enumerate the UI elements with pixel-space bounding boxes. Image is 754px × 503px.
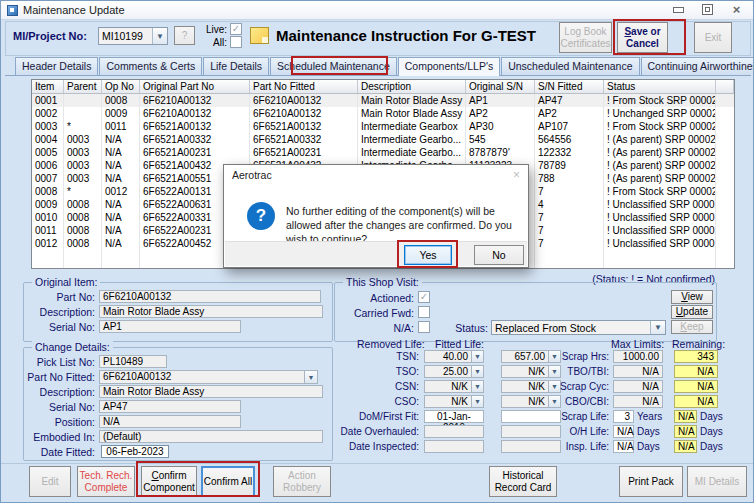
log-book-certificates-button: Log Book Certificates xyxy=(559,22,612,53)
col-description[interactable]: Description xyxy=(358,80,466,93)
fitted-life-field[interactable]: ▼ xyxy=(501,440,561,453)
date-fitted-field[interactable]: 06-Feb-2023 xyxy=(101,445,169,458)
tab-comments-certs[interactable]: Comments & Certs xyxy=(99,57,202,75)
col-parent[interactable]: Parent xyxy=(64,80,102,93)
removed-life-field[interactable]: ▼ xyxy=(424,440,484,453)
chevron-down-icon: ▼ xyxy=(650,321,665,334)
max-limit-field[interactable]: N/A xyxy=(613,395,663,408)
fitted-life-field[interactable]: N/K▼ xyxy=(501,380,561,393)
removed-life-field[interactable]: 25.00▼ xyxy=(424,365,484,378)
cell-sn-fitted: 7 xyxy=(535,211,604,224)
tab-header-details[interactable]: Header Details xyxy=(15,57,98,75)
na-checkbox[interactable] xyxy=(418,321,430,333)
col-part-no-fitted[interactable]: Part No Fitted xyxy=(250,80,358,93)
close-icon[interactable]: × xyxy=(730,3,743,16)
confirm-component-button[interactable]: Confirm Component xyxy=(141,466,197,497)
help-button: ? xyxy=(174,26,195,45)
mi-project-combo[interactable]: MI10199 ▼ xyxy=(98,27,168,45)
fitted-life-field[interactable]: 657.00▼ xyxy=(501,350,561,363)
max-limit-field[interactable]: N/A xyxy=(613,365,663,378)
limits-row-label: Scrap Cyc: xyxy=(556,381,609,392)
cd-serial-no-field[interactable]: AP47 xyxy=(99,400,241,413)
cell-op-no: N/A xyxy=(102,172,140,185)
part-no-fitted-label: Part No Fitted: xyxy=(11,371,95,383)
removed-life-field[interactable]: 40.00▼ xyxy=(424,350,484,363)
limits-row: TBO/TBI: N/A N/A xyxy=(556,365,731,380)
window-controls: × xyxy=(672,3,743,16)
life-row-label: Date Overhauled: xyxy=(331,426,419,437)
remaining-field: N/A xyxy=(674,365,718,378)
tab-unscheduled-maintenance[interactable]: Unscheduled Maintenance xyxy=(501,57,639,75)
table-row[interactable]: 0004 0003 N/A 6F6521A00332 6F6521A00332 … xyxy=(32,133,734,146)
embodied-in-field[interactable]: (Default) xyxy=(99,430,323,443)
col-status[interactable]: Status xyxy=(604,80,716,93)
print-pack-button[interactable]: Print Pack xyxy=(619,466,683,497)
part-no-field[interactable]: 6F6210A00132 xyxy=(99,290,321,303)
cell-sn-fitted: 7 xyxy=(535,185,604,198)
col-item[interactable]: Item xyxy=(32,80,64,93)
table-row[interactable]: 0001 0008 6F6210A00132 6F6210A00132 Main… xyxy=(32,94,734,107)
confirm-all-button[interactable]: Confirm All xyxy=(201,466,255,497)
fitted-life-field[interactable]: ▼ xyxy=(501,425,561,438)
tab-continuing-airworthiness[interactable]: Continuing Airworthiness Requirements xyxy=(641,57,754,75)
max-limit-field[interactable]: 1000.00 xyxy=(613,350,663,363)
minimize-icon[interactable] xyxy=(672,3,685,16)
limits-row-label: Scrap Life: xyxy=(556,411,609,422)
cell-status: ! Unchanged SRP 000021 xyxy=(604,107,716,120)
close-icon[interactable]: × xyxy=(513,168,520,182)
cd-description-field[interactable]: Main Rotor Blade Assy xyxy=(99,385,323,398)
max-limit-field[interactable]: N/A xyxy=(613,380,663,393)
part-no-fitted-combo[interactable]: 6F6210A00132 ▼ xyxy=(99,370,318,384)
historical-record-card-button[interactable]: Historical Record Card xyxy=(489,466,557,497)
life-row-label: Date Inspected: xyxy=(331,441,419,452)
fitted-life-field[interactable]: N/K▼ xyxy=(501,395,561,408)
removed-life-field[interactable]: ▼ xyxy=(424,425,484,438)
update-button[interactable]: Update xyxy=(671,305,713,319)
app-icon xyxy=(7,5,18,16)
max-limit-field[interactable]: 3 xyxy=(613,410,634,423)
cell-part-no-fitted: 6F6521A00332 xyxy=(250,133,358,146)
serial-no-field[interactable]: AP1 xyxy=(99,320,241,333)
remaining-field: N/A xyxy=(674,380,718,393)
life-row: Date Overhauled: ▼ ▼ xyxy=(331,425,563,440)
tab-components-llps[interactable]: Components/LLP's xyxy=(398,57,500,76)
fitted-life-field[interactable]: ▼ xyxy=(501,410,561,423)
remaining-field: N/A xyxy=(674,395,718,408)
cell-status: ! (As parent) SRP 000021 xyxy=(604,133,716,146)
no-button[interactable]: No xyxy=(474,245,524,265)
exit-button: Exit xyxy=(694,22,732,53)
carried-fwd-checkbox[interactable] xyxy=(418,306,430,318)
maximize-icon[interactable] xyxy=(701,3,714,16)
pick-list-field[interactable]: PL10489 xyxy=(99,355,167,368)
max-limit-field[interactable]: N/A xyxy=(613,425,634,438)
yes-button[interactable]: Yes xyxy=(404,245,452,265)
col-sn-fitted[interactable]: S/N Fitted xyxy=(535,80,604,93)
table-row[interactable]: 0003 * 0011 6F6521A00132 6F6521A00132 In… xyxy=(32,120,734,133)
view-button[interactable]: View xyxy=(671,290,713,304)
cell-item: 0002 xyxy=(32,107,64,120)
chevron-down-icon: ▼ xyxy=(471,380,484,393)
position-field[interactable]: N/A xyxy=(99,415,241,428)
cell-parent: 0008 xyxy=(64,237,102,250)
max-limit-field[interactable]: N/A xyxy=(613,440,634,453)
table-row[interactable]: 0005 0003 N/A 6F6521A00231 6F6521A00231 … xyxy=(32,146,734,159)
tab-life-details[interactable]: Life Details xyxy=(203,57,269,75)
col-original-sn[interactable]: Original S/N xyxy=(466,80,535,93)
col-original-part-no[interactable]: Original Part No xyxy=(140,80,250,93)
cell-filler xyxy=(716,172,734,185)
tab-scheduled-maintenance[interactable]: Scheduled Maintenance xyxy=(270,57,397,75)
remaining-field: N/A xyxy=(674,410,697,423)
removed-life-field[interactable]: 01-Jan-2019▼ xyxy=(424,410,484,423)
description-field[interactable]: Main Rotor Blade Assy xyxy=(99,305,323,318)
col-op-no[interactable]: Op No xyxy=(102,80,140,93)
save-or-cancel-button[interactable]: Save or Cancel xyxy=(617,22,668,53)
fitted-life-field[interactable]: N/K▼ xyxy=(501,365,561,378)
removed-life-field[interactable]: N/K▼ xyxy=(424,395,484,408)
tab-divider xyxy=(5,75,751,76)
removed-life-field[interactable]: N/K▼ xyxy=(424,380,484,393)
actioned-checkbox[interactable]: ✓ xyxy=(418,291,430,303)
tech-rech-complete-button[interactable]: Tech. Rech. Complete xyxy=(77,466,135,497)
cell-op-no: N/A xyxy=(102,237,140,250)
status-combo[interactable]: Replaced From Stock ▼ xyxy=(491,320,666,335)
table-row[interactable]: 0002 0009 6F6210A00132 6F6210A00132 Main… xyxy=(32,107,734,120)
